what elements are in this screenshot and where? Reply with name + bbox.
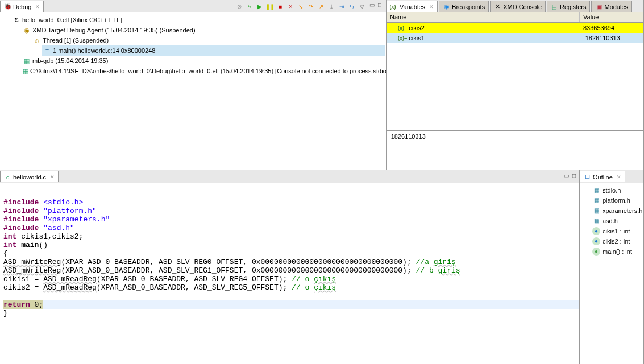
code-text: 0; [30, 300, 43, 309]
outline-icon: ⊟ [584, 173, 591, 181]
tree-item-thread[interactable]: ⎌ Thread [1] (Suspended) [32, 35, 385, 45]
step-return-icon[interactable]: ↗ [317, 2, 326, 11]
maximize-icon[interactable]: □ [570, 173, 578, 181]
modules-icon: ▣ [595, 3, 603, 10]
close-icon[interactable]: ✕ [429, 4, 434, 10]
code-text: (XPAR_ASD_0_BASEADDR, ASD_SLV_REG0_OFFSE… [61, 258, 416, 266]
tree-item-label: XMD Target Debug Agent (15.04.2014 19:35… [32, 25, 196, 35]
debug-toolbar: ⊘ ⤷ ▶ ❚❚ ■ ✕ ↘ ↷ ↗ ⤓ ⇥ ⇆ ▽ ▭ □ [235, 2, 386, 11]
code-keyword: #include [3, 215, 39, 224]
close-icon[interactable]: ✕ [35, 4, 40, 10]
variable-icon: ● [592, 227, 600, 235]
tab-breakpoints[interactable]: ◉ Breakpoints [439, 1, 489, 12]
disconnect-icon[interactable]: ✕ [286, 2, 295, 11]
maximize-icon[interactable]: □ [376, 2, 384, 10]
code-keyword: #include [3, 207, 39, 215]
code-text: } [3, 309, 8, 317]
variables-tabbar: (x)= Variables ✕ ◉ Breakpoints ✕ XMD Con… [387, 0, 643, 12]
editor-tabbar: c helloworld.c ✕ ▭ □ [0, 170, 579, 183]
minimize-icon[interactable]: ▭ [562, 173, 570, 181]
step-into-icon[interactable]: ↘ [296, 2, 305, 11]
minimize-icon[interactable]: ▭ [368, 2, 376, 10]
sigma-icon: Σ [13, 16, 20, 24]
outline-item-label: xparameters.h [603, 206, 642, 216]
code-keyword: #include [3, 198, 39, 207]
outline-item[interactable]: ● main() : int [581, 246, 642, 257]
outline-item[interactable]: ▦ xparameters.h [581, 206, 642, 216]
breakpoints-icon: ◉ [443, 3, 450, 10]
step-filter-icon[interactable]: ⇥ [337, 2, 346, 11]
tab-outline[interactable]: ⊟ Outline ✕ [580, 171, 625, 182]
suspend-icon[interactable]: ❚❚ [265, 2, 275, 11]
terminate-icon[interactable]: ■ [276, 2, 285, 11]
outline-tree[interactable]: ▦ stdio.h ▦ platform.h ▦ xparameters.h ▦… [580, 183, 643, 364]
remove-terminated-icon[interactable]: ⊘ [235, 2, 244, 11]
function-icon: ● [592, 248, 600, 256]
outline-panel: ⊟ Outline ✕ ▦ stdio.h ▦ platform.h ▦ xpa… [580, 170, 644, 364]
toggle-icon[interactable]: ⇆ [347, 2, 356, 11]
stackframe-icon: ≡ [43, 47, 51, 55]
code-text: cikis1,cikis2; [16, 232, 83, 241]
code-macro: ASD_mWriteReg [3, 266, 61, 275]
tab-outline-label: Outline [593, 174, 613, 181]
code-text: (XPAR_ASD_0_BASEADDR, ASD_SLV_REG5_OFFSE… [97, 283, 292, 292]
variable-row[interactable]: (x)= cikis1 -1826110313 [387, 33, 643, 43]
outline-tabbar: ⊟ Outline ✕ [580, 170, 643, 183]
source-editor[interactable]: #include <stdio.h> #include "platform.h"… [0, 183, 579, 364]
debug-tree[interactable]: Σ hello_world_0.elf [Xilinx C/C++ ELF] ◉… [0, 12, 386, 170]
step-over-icon[interactable]: ↷ [306, 2, 315, 11]
outline-item[interactable]: ▦ asd.h [581, 216, 642, 226]
variables-panel: (x)= Variables ✕ ◉ Breakpoints ✕ XMD Con… [387, 0, 644, 170]
col-header-value[interactable]: Value [580, 12, 643, 22]
resume-icon[interactable]: ▶ [255, 2, 264, 11]
code-include: "platform.h" [43, 207, 97, 215]
tree-item-target[interactable]: ◉ XMD Target Debug Agent (15.04.2014 19:… [22, 25, 385, 35]
debug-panel: 🐞 Debug ✕ ⊘ ⤷ ▶ ❚❚ ■ ✕ ↘ ↷ ↗ ⤓ ⇥ ⇆ ▽ ▭ [0, 0, 387, 170]
variable-name: cikis1 [409, 35, 425, 41]
variable-detail: -1826110313 [387, 130, 643, 170]
tree-item-elf[interactable]: Σ hello_world_0.elf [Xilinx C/C++ ELF] [11, 15, 385, 25]
tab-debug-label: Debug [13, 3, 31, 10]
variable-value: -1826110313 [580, 35, 643, 41]
outline-item[interactable]: ● cikis2 : int [581, 236, 642, 246]
tree-item-label: mb-gdb (15.04.2014 19:35) [32, 56, 108, 66]
tab-label: Modules [604, 3, 628, 10]
tab-modules[interactable]: ▣ Modules [591, 1, 632, 12]
connect-icon[interactable]: ⤷ [245, 2, 254, 11]
code-comment: // o [292, 283, 314, 292]
tab-variables[interactable]: (x)= Variables ✕ [387, 1, 438, 12]
code-comment: // b [416, 266, 438, 275]
tab-debug[interactable]: 🐞 Debug ✕ [0, 1, 44, 12]
outline-item[interactable]: ▦ stdio.h [581, 185, 642, 195]
view-menu-icon[interactable]: ▽ [358, 2, 367, 11]
tree-item-console[interactable]: ▦ C:\Xilinx\14.1\ISE_DS\onbes\hello_worl… [22, 66, 385, 76]
code-keyword: #include [3, 224, 39, 232]
variable-icon: ● [592, 237, 600, 245]
variable-detail-value: -1826110313 [389, 133, 426, 140]
code-macro: ASD_mReadReg [43, 275, 97, 283]
variable-name: cikis2 [409, 24, 425, 31]
tree-item-gdb[interactable]: ▦ mb-gdb (15.04.2014 19:35) [22, 56, 385, 66]
tab-registers[interactable]: ⌸ Registers [547, 1, 590, 12]
variables-body[interactable]: (x)= cikis2 833653694 (x)= cikis1 -18261… [387, 23, 643, 130]
tab-editor-file[interactable]: c helloworld.c ✕ [0, 171, 59, 182]
drop-frame-icon[interactable]: ⤓ [327, 2, 336, 11]
code-text: { [3, 249, 8, 258]
variable-row[interactable]: (x)= cikis2 833653694 [387, 23, 643, 33]
outline-item[interactable]: ▦ platform.h [581, 195, 642, 206]
tree-item-stackframe[interactable]: ≡ 1 main() helloworld.c:14 0x80000248 [42, 45, 385, 56]
code-text: (XPAR_ASD_0_BASEADDR, ASD_SLV_REG4_OFFSE… [97, 275, 292, 283]
tree-item-label: Thread [1] (Suspended) [43, 35, 109, 45]
code-comment: çıkış [314, 275, 336, 283]
xmd-icon: ✕ [494, 3, 501, 10]
minimize-maximize: ▭ □ [562, 173, 578, 181]
outline-item-label: cikis1 : int [603, 226, 630, 236]
tab-xmd-console[interactable]: ✕ XMD Console [490, 1, 546, 12]
close-icon[interactable]: ✕ [50, 174, 55, 180]
col-header-name[interactable]: Name [387, 12, 580, 22]
outline-item[interactable]: ● cikis1 : int [581, 226, 642, 236]
close-icon[interactable]: ✕ [617, 174, 621, 180]
variables-icon: (x)= [390, 3, 398, 10]
editor-panel: c helloworld.c ✕ ▭ □ #include <stdio.h> … [0, 170, 580, 364]
code-include: <stdio.h> [43, 198, 83, 207]
